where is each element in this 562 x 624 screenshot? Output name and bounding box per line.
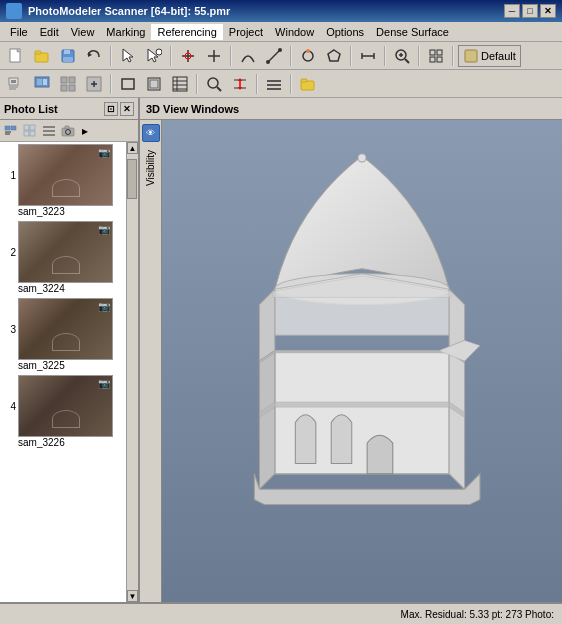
photo-thumb-4[interactable]: 📷 xyxy=(18,375,113,437)
svg-point-10 xyxy=(156,49,162,55)
svg-line-26 xyxy=(405,59,409,63)
tb-pointer[interactable] xyxy=(116,45,140,67)
svg-rect-29 xyxy=(430,50,435,55)
window-title: PhotoModeler Scanner [64-bit]: 55.pmr xyxy=(28,5,230,17)
tb-add-point[interactable] xyxy=(202,45,226,67)
tb-undo[interactable] xyxy=(82,45,106,67)
minimize-button[interactable]: ─ xyxy=(504,4,520,18)
panel-pin-btn[interactable]: ⊡ xyxy=(104,102,118,116)
tb2-zoom-in[interactable] xyxy=(82,73,106,95)
canvas-3d[interactable]: 3D xyxy=(162,120,562,602)
pl-expand-btn[interactable]: ▸ xyxy=(78,122,92,140)
restore-button[interactable]: □ xyxy=(522,4,538,18)
svg-point-18 xyxy=(278,48,282,52)
tb2-dimension[interactable] xyxy=(228,73,252,95)
photo-thumb-3[interactable]: 📷 xyxy=(18,298,113,360)
tb2-sep-4 xyxy=(290,74,292,94)
scroll-thumb[interactable] xyxy=(127,159,137,199)
menu-edit[interactable]: Edit xyxy=(34,24,65,40)
visibility-label: Visibility xyxy=(145,150,156,186)
visibility-toggle[interactable]: 👁 xyxy=(142,124,160,142)
toolbar-separator-5 xyxy=(350,46,352,66)
svg-rect-81 xyxy=(65,126,69,129)
tb2-crop[interactable] xyxy=(142,73,166,95)
panel-close-btn[interactable]: ✕ xyxy=(120,102,134,116)
svg-point-20 xyxy=(306,49,310,53)
menu-window[interactable]: Window xyxy=(269,24,320,40)
pl-view-btn[interactable] xyxy=(21,122,39,140)
pl-list-btn[interactable] xyxy=(40,122,58,140)
tb2-table[interactable] xyxy=(168,73,192,95)
tb-circle[interactable] xyxy=(296,45,320,67)
menu-project[interactable]: Project xyxy=(223,24,269,40)
tb-cross[interactable] xyxy=(176,45,200,67)
tb2-sep-3 xyxy=(256,74,258,94)
pl-camera-btn[interactable] xyxy=(59,122,77,140)
menu-view[interactable]: View xyxy=(65,24,101,40)
photo-scroll-area[interactable]: 1 📷 sam_3223 2 xyxy=(0,142,126,602)
tb2-photo-list[interactable] xyxy=(4,73,28,95)
photo-item-4[interactable]: 4 📷 sam_3226 xyxy=(2,375,124,448)
photo-cam-icon-2: 📷 xyxy=(98,224,110,235)
svg-line-57 xyxy=(217,87,221,91)
view-3d: 👁 Visibility 3D xyxy=(140,120,562,602)
main-area: Photo List ⊡ ✕ ▸ xyxy=(0,98,562,602)
photo-thumb-1[interactable]: 📷 xyxy=(18,144,113,206)
tb-select[interactable] xyxy=(142,45,166,67)
photo-item-3[interactable]: 3 📷 sam_3225 xyxy=(2,298,124,371)
tb-polygon[interactable] xyxy=(322,45,346,67)
photo-num-1: 1 xyxy=(2,170,16,181)
scroll-up-btn[interactable]: ▲ xyxy=(127,142,138,154)
svg-rect-41 xyxy=(61,77,67,83)
menu-referencing[interactable]: Referencing xyxy=(151,24,222,40)
tb2-sep-1 xyxy=(110,74,112,94)
svg-rect-74 xyxy=(24,131,29,136)
tb-zoom[interactable] xyxy=(390,45,414,67)
close-button[interactable]: ✕ xyxy=(540,4,556,18)
menu-options[interactable]: Options xyxy=(320,24,370,40)
scroll-down-btn[interactable]: ▼ xyxy=(127,590,138,602)
svg-rect-40 xyxy=(43,79,47,85)
photo-thumb-2[interactable]: 📷 xyxy=(18,221,113,283)
tb2-photo-view[interactable] xyxy=(30,73,54,95)
photo-item-1[interactable]: 1 📷 sam_3223 xyxy=(2,144,124,217)
tb-curve[interactable] xyxy=(236,45,260,67)
tb-default[interactable]: Default xyxy=(458,45,521,67)
photo-list-panel: Photo List ⊡ ✕ ▸ xyxy=(0,98,140,602)
tb-save[interactable] xyxy=(56,45,80,67)
visibility-bar: 👁 Visibility xyxy=(140,120,162,602)
tb-measure[interactable] xyxy=(356,45,380,67)
tb-line[interactable] xyxy=(262,45,286,67)
photo-list-toolbar: ▸ xyxy=(0,120,138,142)
svg-rect-64 xyxy=(267,84,281,86)
tb-grid[interactable] xyxy=(424,45,448,67)
view-header: 3D View Windows xyxy=(140,98,562,120)
photo-item-2[interactable]: 2 📷 sam_3224 xyxy=(2,221,124,294)
menu-file[interactable]: File xyxy=(4,24,34,40)
tb2-thumbnail[interactable] xyxy=(56,73,80,95)
scroll-track[interactable] xyxy=(127,154,138,590)
tb2-zoom-tool[interactable] xyxy=(202,73,226,95)
tb2-properties[interactable] xyxy=(262,73,286,95)
photo-scrollbar[interactable]: ▲ ▼ xyxy=(126,142,138,602)
menu-dense-surface[interactable]: Dense Surface xyxy=(370,24,455,40)
pl-sort-btn[interactable] xyxy=(2,122,20,140)
tb-default-label: Default xyxy=(481,50,516,62)
tb-new[interactable] xyxy=(4,45,28,67)
tb-open[interactable] xyxy=(30,45,54,67)
toolbar-separator-6 xyxy=(384,46,386,66)
svg-rect-30 xyxy=(437,50,442,55)
svg-rect-48 xyxy=(122,79,134,89)
view-area: 3D View Windows 👁 Visibility 3D xyxy=(140,98,562,602)
tb2-rect[interactable] xyxy=(116,73,140,95)
svg-rect-44 xyxy=(69,85,75,91)
toolbar-separator-2 xyxy=(170,46,172,66)
menu-marking[interactable]: Marking xyxy=(100,24,151,40)
status-right: Max. Residual: 5.33 pt: 273 Photo: xyxy=(401,609,554,620)
svg-marker-8 xyxy=(123,49,133,62)
tb2-folder[interactable] xyxy=(296,73,320,95)
svg-point-56 xyxy=(208,78,218,88)
svg-rect-6 xyxy=(63,57,73,62)
photo-list-header: Photo List ⊡ ✕ xyxy=(0,98,138,120)
photo-num-3: 3 xyxy=(2,324,16,335)
